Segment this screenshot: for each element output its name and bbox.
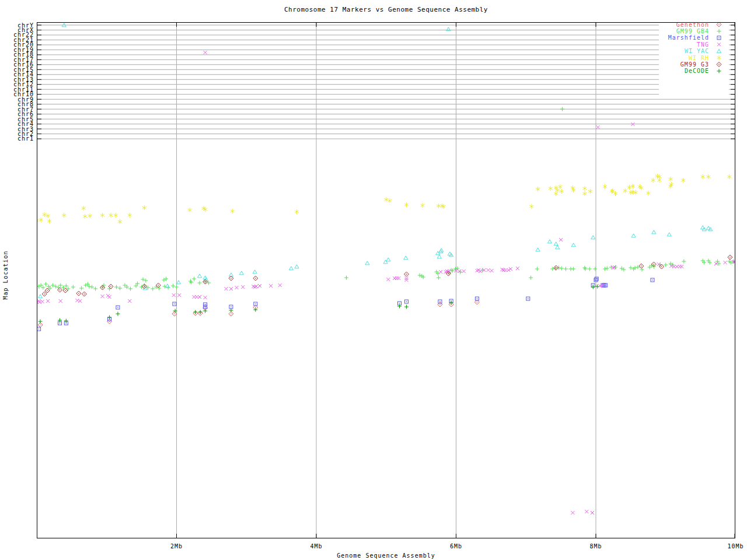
y-axis-label: Map Location <box>2 240 9 310</box>
chart-title: Chromosome 17 Markers vs Genome Sequence… <box>37 6 735 13</box>
scatter-plot: GenethonGM99 GB4MarshfieldTNGWI YACWI RH… <box>37 22 735 538</box>
svg-text:Marshfield: Marshfield <box>668 34 709 41</box>
x-tick-label-2Mb: 2Mb <box>153 543 200 550</box>
x-tick-label-10Mb: 10Mb <box>713 543 747 550</box>
svg-text:TNG: TNG <box>697 41 709 48</box>
y-tick-label-chr1: chr1 <box>0 136 34 141</box>
x-tick-label-8Mb: 8Mb <box>573 543 619 550</box>
x-tick-label-4Mb: 4Mb <box>293 543 340 550</box>
svg-text:WI RH: WI RH <box>689 55 709 61</box>
x-axis-label: Genome Sequence Assembly <box>37 552 735 559</box>
x-tick-label-6Mb: 6Mb <box>433 543 480 550</box>
svg-text:GM99 G3: GM99 G3 <box>680 61 709 68</box>
svg-text:Genethon: Genethon <box>676 22 709 28</box>
svg-text:WI YAC: WI YAC <box>685 48 709 54</box>
svg-text:DeCODE: DeCODE <box>685 68 709 74</box>
chart-screen: Chromosome 17 Markers vs Genome Sequence… <box>0 0 747 560</box>
svg-text:GM99 GB4: GM99 GB4 <box>676 28 709 34</box>
